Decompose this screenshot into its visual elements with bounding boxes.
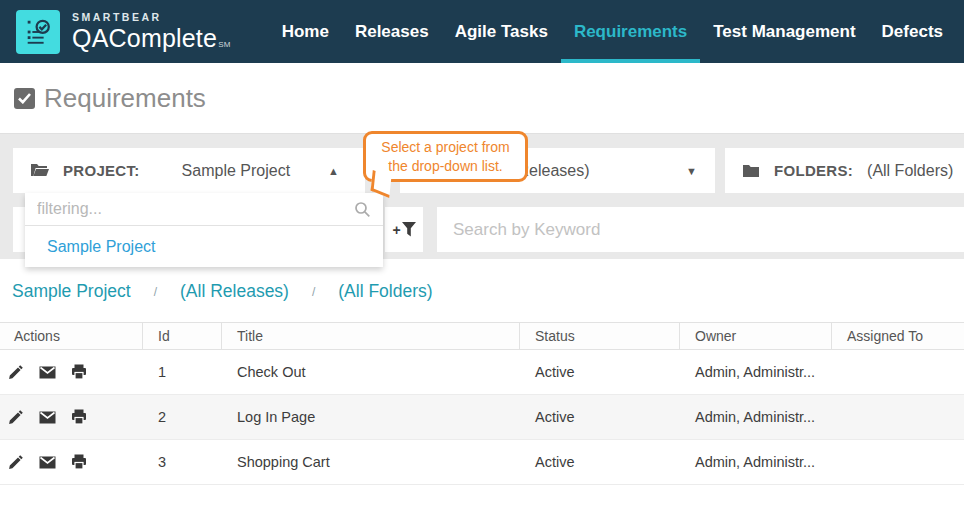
column-header-title[interactable]: Title [222,323,520,349]
project-filter-input[interactable] [37,200,354,218]
nav-item-releases[interactable]: Releases [342,0,442,63]
keyword-search-box [437,207,964,252]
table-header: Actions Id Title Status Owner Assigned T… [0,322,964,350]
breadcrumb: Sample Project / (All Releases) / (All F… [12,281,433,302]
nav-item-agile-tasks[interactable]: Agile Tasks [442,0,561,63]
tooltip-text: Select a project from the drop-down list… [366,138,525,176]
cell-owner: Admin, Administr... [680,440,832,484]
print-icon[interactable] [71,409,87,425]
caret-down-icon: ▼ [686,165,697,177]
cell-id: 1 [143,350,222,394]
cell-title: Check Out [222,350,520,394]
project-dropdown-trigger[interactable]: PROJECT: Sample Project ▲ [13,148,365,193]
table-row[interactable]: 1 Check Out Active Admin, Administr... [0,350,964,395]
table-row[interactable]: 3 Shopping Cart Active Admin, Administr.… [0,440,964,485]
print-icon[interactable] [71,364,87,380]
brand-logo[interactable]: SMARTBEAR QACompleteSM [16,10,231,54]
folders-label: FOLDERS: [774,162,853,179]
breadcrumb-separator: / [154,285,157,299]
top-navbar: SMARTBEAR QACompleteSM Home Releases Agi… [0,0,964,63]
project-option-sample-project[interactable]: Sample Project [25,226,383,267]
folders-value: (All Folders) [867,162,953,180]
email-icon[interactable] [39,411,56,424]
print-icon[interactable] [71,454,87,470]
breadcrumb-folder[interactable]: (All Folders) [338,281,432,302]
cell-assigned-to [832,350,964,394]
edit-icon[interactable] [8,409,24,425]
cell-status: Active [520,350,680,394]
email-icon[interactable] [39,366,56,379]
folder-open-icon [30,163,49,178]
column-header-status[interactable]: Status [520,323,680,349]
project-label: PROJECT: [63,162,140,179]
nav-item-home[interactable]: Home [269,0,342,63]
funnel-icon [402,222,416,237]
cell-id: 3 [143,440,222,484]
smartbear-wordmark: SMARTBEAR [72,12,231,23]
edit-icon[interactable] [8,454,24,470]
page-title-bar: Requirements [0,63,964,133]
requirements-table: Actions Id Title Status Owner Assigned T… [0,322,964,485]
breadcrumb-project[interactable]: Sample Project [12,281,131,302]
project-filter-row [25,193,383,226]
cell-title: Log In Page [222,395,520,439]
row-actions [0,395,143,439]
row-actions [0,440,143,484]
email-icon[interactable] [39,456,56,469]
add-filter-button[interactable]: + [385,207,423,252]
cell-status: Active [520,395,680,439]
brand-text: SMARTBEAR QACompleteSM [72,12,231,51]
tooltip-callout: Select a project from the drop-down list… [363,131,528,182]
table-row[interactable]: 2 Log In Page Active Admin, Administr... [0,395,964,440]
row-actions [0,350,143,394]
column-header-actions[interactable]: Actions [0,323,143,349]
app-root: SMARTBEAR QACompleteSM Home Releases Agi… [0,0,964,520]
search-icon [354,201,371,218]
cell-assigned-to [832,395,964,439]
caret-up-icon: ▲ [328,165,339,177]
breadcrumb-release[interactable]: (All Releases) [180,281,289,302]
qacomplete-logo-icon [16,10,60,54]
folders-dropdown-trigger[interactable]: FOLDERS: (All Folders) [725,148,964,193]
nav-item-defects[interactable]: Defects [869,0,956,63]
breadcrumb-separator: / [312,285,315,299]
breadcrumb-bar: Sample Project / (All Releases) / (All F… [0,259,964,322]
requirements-checkbox-icon [14,88,35,109]
keyword-search-input[interactable] [437,207,964,252]
folder-closed-icon [742,164,760,178]
column-header-owner[interactable]: Owner [680,323,832,349]
project-dropdown-panel: Sample Project [25,193,383,267]
cell-owner: Admin, Administr... [680,350,832,394]
cell-title: Shopping Cart [222,440,520,484]
column-header-assigned-to[interactable]: Assigned To [832,323,964,349]
main-nav: Home Releases Agile Tasks Requirements T… [269,0,964,63]
cell-owner: Admin, Administr... [680,395,832,439]
project-value: Sample Project [182,162,291,180]
nav-item-requirements[interactable]: Requirements [561,0,700,63]
edit-icon[interactable] [8,364,24,380]
cell-assigned-to [832,440,964,484]
page-title: Requirements [44,83,206,114]
column-header-id[interactable]: Id [143,323,222,349]
trademark-sm: SM [218,40,230,49]
qacomplete-wordmark: QACompleteSM [72,26,231,51]
cell-status: Active [520,440,680,484]
plus-glyph: + [392,222,400,238]
nav-item-test-management[interactable]: Test Management [700,0,868,63]
cell-id: 2 [143,395,222,439]
